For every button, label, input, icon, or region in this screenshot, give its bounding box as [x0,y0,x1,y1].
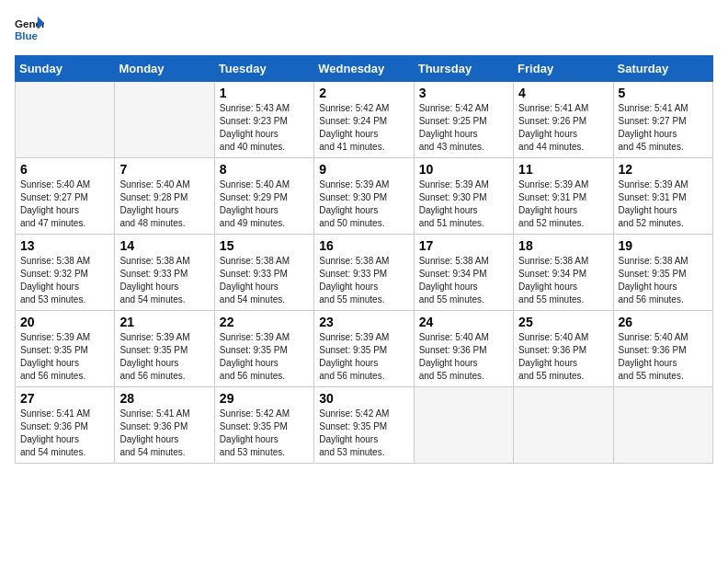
day-info: Sunrise: 5:39 AMSunset: 9:30 PMDaylight … [419,178,508,230]
day-info: Sunrise: 5:38 AMSunset: 9:34 PMDaylight … [518,255,608,306]
calendar-body: 1 Sunrise: 5:43 AMSunset: 9:23 PMDayligh… [16,82,713,464]
day-info: Sunrise: 5:38 AMSunset: 9:33 PMDaylight … [220,255,309,306]
day-number: 30 [319,391,408,406]
day-number: 22 [220,315,309,329]
calendar-week-row: 27 Sunrise: 5:41 AMSunset: 9:36 PMDaylig… [16,387,713,464]
day-number: 20 [20,315,109,329]
calendar-day-header: Sunday [16,56,115,82]
calendar-day-cell: 17 Sunrise: 5:38 AMSunset: 9:34 PMDaylig… [414,235,513,311]
day-info: Sunrise: 5:41 AMSunset: 9:36 PMDaylight … [119,408,209,459]
day-info: Sunrise: 5:42 AMSunset: 9:35 PMDaylight … [319,408,408,459]
calendar-day-header: Wednesday [314,56,414,82]
day-info: Sunrise: 5:39 AMSunset: 9:35 PMDaylight … [20,331,109,383]
day-info: Sunrise: 5:43 AMSunset: 9:23 PMDaylight … [220,102,309,154]
calendar-day-header: Thursday [414,56,513,82]
day-number: 3 [419,86,508,100]
day-number: 1 [220,86,309,100]
calendar-day-cell: 24 Sunrise: 5:40 AMSunset: 9:36 PMDaylig… [414,311,513,387]
day-number: 27 [20,391,109,406]
day-number: 16 [319,238,408,253]
day-info: Sunrise: 5:39 AMSunset: 9:30 PMDaylight … [319,178,408,230]
calendar-day-cell: 27 Sunrise: 5:41 AMSunset: 9:36 PMDaylig… [16,387,115,464]
logo-icon: General Blue [15,15,44,44]
calendar-day-cell: 26 Sunrise: 5:40 AMSunset: 9:36 PMDaylig… [613,311,712,387]
calendar-day-cell: 29 Sunrise: 5:42 AMSunset: 9:35 PMDaylig… [214,387,313,464]
calendar-day-cell: 12 Sunrise: 5:39 AMSunset: 9:31 PMDaylig… [613,158,712,235]
day-info: Sunrise: 5:41 AMSunset: 9:27 PMDaylight … [619,102,708,154]
day-number: 12 [619,162,708,177]
calendar-day-cell [613,387,712,464]
calendar-day-cell: 8 Sunrise: 5:40 AMSunset: 9:29 PMDayligh… [214,158,313,235]
page-header: General Blue [15,15,713,44]
calendar-day-cell: 14 Sunrise: 5:38 AMSunset: 9:33 PMDaylig… [115,235,214,311]
calendar-day-cell: 7 Sunrise: 5:40 AMSunset: 9:28 PMDayligh… [115,158,214,235]
day-number: 10 [419,162,508,177]
day-info: Sunrise: 5:40 AMSunset: 9:36 PMDaylight … [518,331,608,383]
day-number: 24 [419,315,508,329]
calendar-day-cell: 20 Sunrise: 5:39 AMSunset: 9:35 PMDaylig… [16,311,115,387]
calendar-day-cell: 15 Sunrise: 5:38 AMSunset: 9:33 PMDaylig… [214,235,313,311]
calendar-day-cell: 1 Sunrise: 5:43 AMSunset: 9:23 PMDayligh… [214,82,313,158]
calendar-day-header: Friday [514,56,613,82]
calendar-day-header: Saturday [613,56,712,82]
day-info: Sunrise: 5:39 AMSunset: 9:35 PMDaylight … [119,331,209,383]
calendar-week-row: 20 Sunrise: 5:39 AMSunset: 9:35 PMDaylig… [16,311,713,387]
day-info: Sunrise: 5:40 AMSunset: 9:36 PMDaylight … [619,331,708,383]
day-number: 13 [20,238,109,253]
day-number: 15 [220,238,309,253]
day-number: 23 [319,315,408,329]
calendar-day-cell: 28 Sunrise: 5:41 AMSunset: 9:36 PMDaylig… [115,387,214,464]
calendar-day-cell: 11 Sunrise: 5:39 AMSunset: 9:31 PMDaylig… [514,158,613,235]
calendar-day-cell: 4 Sunrise: 5:41 AMSunset: 9:26 PMDayligh… [514,82,613,158]
day-info: Sunrise: 5:39 AMSunset: 9:35 PMDaylight … [220,331,309,383]
day-info: Sunrise: 5:38 AMSunset: 9:32 PMDaylight … [20,255,109,306]
calendar-day-cell: 2 Sunrise: 5:42 AMSunset: 9:24 PMDayligh… [314,82,414,158]
day-info: Sunrise: 5:39 AMSunset: 9:31 PMDaylight … [518,178,608,230]
calendar-day-cell: 13 Sunrise: 5:38 AMSunset: 9:32 PMDaylig… [16,235,115,311]
calendar-day-cell: 16 Sunrise: 5:38 AMSunset: 9:33 PMDaylig… [314,235,414,311]
calendar-table: SundayMondayTuesdayWednesdayThursdayFrid… [15,55,713,464]
day-number: 9 [319,162,408,177]
day-info: Sunrise: 5:39 AMSunset: 9:31 PMDaylight … [619,178,708,230]
day-number: 25 [518,315,608,329]
calendar-day-cell: 23 Sunrise: 5:39 AMSunset: 9:35 PMDaylig… [314,311,414,387]
day-number: 18 [518,238,608,253]
day-number: 4 [518,86,608,100]
day-number: 14 [119,238,209,253]
calendar-day-cell: 18 Sunrise: 5:38 AMSunset: 9:34 PMDaylig… [514,235,613,311]
day-number: 28 [119,391,209,406]
calendar-day-cell: 9 Sunrise: 5:39 AMSunset: 9:30 PMDayligh… [314,158,414,235]
svg-text:Blue: Blue [15,30,39,41]
calendar-day-cell [414,387,513,464]
logo: General Blue [15,15,44,44]
calendar-day-cell: 3 Sunrise: 5:42 AMSunset: 9:25 PMDayligh… [414,82,513,158]
day-number: 17 [419,238,508,253]
calendar-day-header: Monday [115,56,214,82]
day-number: 26 [619,315,708,329]
calendar-day-cell: 10 Sunrise: 5:39 AMSunset: 9:30 PMDaylig… [414,158,513,235]
day-info: Sunrise: 5:40 AMSunset: 9:36 PMDaylight … [419,331,508,383]
day-info: Sunrise: 5:42 AMSunset: 9:35 PMDaylight … [220,408,309,459]
calendar-header-row: SundayMondayTuesdayWednesdayThursdayFrid… [16,56,713,82]
day-number: 19 [619,238,708,253]
calendar-day-cell: 30 Sunrise: 5:42 AMSunset: 9:35 PMDaylig… [314,387,414,464]
day-number: 7 [119,162,209,177]
calendar-day-cell: 6 Sunrise: 5:40 AMSunset: 9:27 PMDayligh… [16,158,115,235]
calendar-day-cell [16,82,115,158]
calendar-week-row: 1 Sunrise: 5:43 AMSunset: 9:23 PMDayligh… [16,82,713,158]
calendar-day-cell: 25 Sunrise: 5:40 AMSunset: 9:36 PMDaylig… [514,311,613,387]
day-info: Sunrise: 5:41 AMSunset: 9:26 PMDaylight … [518,102,608,154]
day-info: Sunrise: 5:41 AMSunset: 9:36 PMDaylight … [20,408,109,459]
day-number: 5 [619,86,708,100]
day-number: 2 [319,86,408,100]
calendar-day-cell: 21 Sunrise: 5:39 AMSunset: 9:35 PMDaylig… [115,311,214,387]
day-info: Sunrise: 5:40 AMSunset: 9:29 PMDaylight … [220,178,309,230]
day-info: Sunrise: 5:42 AMSunset: 9:25 PMDaylight … [419,102,508,154]
day-info: Sunrise: 5:38 AMSunset: 9:35 PMDaylight … [619,255,708,306]
day-number: 8 [220,162,309,177]
calendar-week-row: 13 Sunrise: 5:38 AMSunset: 9:32 PMDaylig… [16,235,713,311]
day-info: Sunrise: 5:38 AMSunset: 9:33 PMDaylight … [319,255,408,306]
day-number: 11 [518,162,608,177]
calendar-day-cell: 5 Sunrise: 5:41 AMSunset: 9:27 PMDayligh… [613,82,712,158]
day-info: Sunrise: 5:42 AMSunset: 9:24 PMDaylight … [319,102,408,154]
